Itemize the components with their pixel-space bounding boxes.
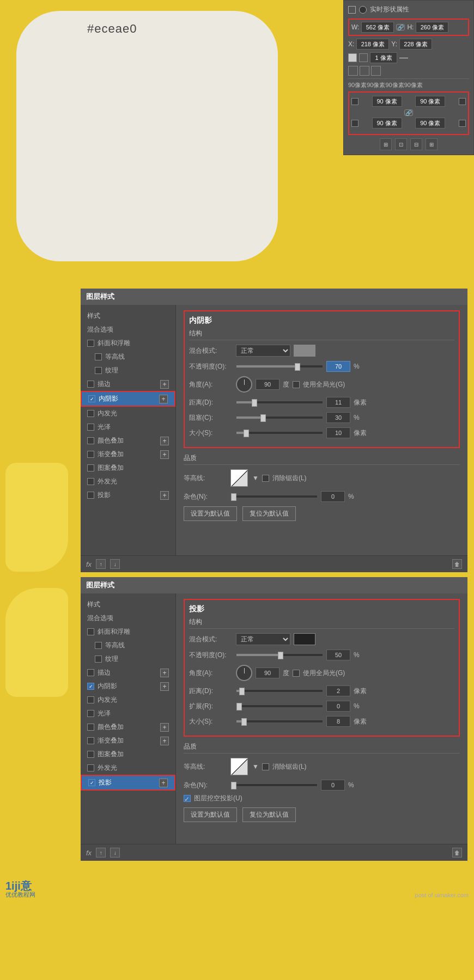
pattern-overlay-item[interactable]: 图案叠加 — [81, 461, 175, 475]
spread-slider-3[interactable] — [236, 705, 323, 708]
corner-bl-checkbox[interactable] — [351, 120, 358, 127]
contour-item[interactable]: 等高线 — [81, 350, 175, 364]
anti-alias-checkbox[interactable] — [262, 475, 269, 482]
opacity-input-3[interactable] — [326, 650, 350, 660]
align1-icon[interactable] — [348, 66, 358, 76]
blend-options-item[interactable]: 混合选项 — [81, 323, 175, 336]
size-thumb[interactable] — [244, 430, 249, 437]
drop-shadow-item[interactable]: 投影 + — [81, 488, 175, 502]
choke-thumb[interactable] — [260, 414, 266, 422]
inner-shadow-item[interactable]: 内阴影 + — [81, 391, 175, 407]
set-default-btn[interactable]: 设置为默认值 — [184, 506, 237, 521]
inner-glow-checkbox-3[interactable] — [87, 696, 94, 703]
gradient-overlay-checkbox[interactable] — [87, 451, 94, 458]
gloss-item[interactable]: 光泽 — [81, 420, 175, 434]
outer-glow-item-3[interactable]: 外发光 — [81, 761, 175, 775]
size-input-3[interactable] — [326, 716, 350, 727]
noise-input-3[interactable] — [321, 780, 345, 791]
gradient-overlay-add-btn-3[interactable]: + — [160, 737, 169, 745]
bevel-item[interactable]: 斜面和浮雕 — [81, 336, 175, 350]
bevel-item-3[interactable]: 斜面和浮雕 — [81, 625, 175, 639]
spread-thumb-3[interactable] — [236, 703, 242, 710]
gloss-checkbox-3[interactable] — [87, 710, 94, 717]
color-overlay-checkbox[interactable] — [87, 437, 94, 444]
color-overlay-item[interactable]: 颜色叠加 + — [81, 434, 175, 448]
contour-item-3[interactable]: 等高线 — [81, 639, 175, 652]
align3-icon[interactable] — [371, 66, 381, 76]
align2-icon[interactable] — [360, 66, 369, 76]
blend-mode-select[interactable]: 正常 — [236, 345, 290, 357]
blend-options-item-3[interactable]: 混合选项 — [81, 611, 175, 625]
inner-glow-item[interactable]: 内发光 — [81, 407, 175, 420]
outer-glow-checkbox[interactable] — [87, 478, 94, 485]
color-overlay-item-3[interactable]: 颜色叠加 + — [81, 720, 175, 734]
set-default-btn-3[interactable]: 设置为默认值 — [184, 807, 237, 822]
stroke-checkbox[interactable] — [87, 381, 94, 388]
texture-item[interactable]: 纹理 — [81, 364, 175, 377]
corner-tl-input[interactable] — [372, 96, 402, 107]
size-slider[interactable] — [236, 431, 323, 434]
fill-color-swatch[interactable] — [348, 53, 357, 62]
contour-dropdown-icon-3[interactable]: ▼ — [252, 763, 259, 770]
down-icon-3[interactable]: ↓ — [110, 848, 120, 857]
color-overlay-checkbox-3[interactable] — [87, 724, 94, 731]
opacity-input[interactable] — [326, 361, 350, 372]
outer-glow-checkbox-3[interactable] — [87, 764, 94, 771]
gradient-overlay-checkbox-3[interactable] — [87, 737, 94, 744]
inner-glow-item-3[interactable]: 内发光 — [81, 693, 175, 707]
opacity-slider-3[interactable] — [236, 653, 323, 657]
reset-default-btn[interactable]: 复位为默认值 — [242, 506, 296, 521]
stroke-add-btn-3[interactable]: + — [160, 669, 169, 677]
distance-slider-3[interactable] — [236, 689, 323, 693]
angle-input[interactable] — [256, 379, 279, 390]
gradient-overlay-item-3[interactable]: 渐变叠加 + — [81, 734, 175, 748]
size-thumb-3[interactable] — [241, 718, 247, 726]
bevel-checkbox[interactable] — [87, 340, 94, 347]
bevel-checkbox-3[interactable] — [87, 628, 94, 635]
global-light-checkbox[interactable] — [293, 381, 300, 388]
texture-item-3[interactable]: 纹理 — [81, 652, 175, 666]
up-icon-3[interactable]: ↑ — [96, 848, 106, 857]
corner-link-icon[interactable]: 🔗 — [404, 109, 413, 116]
texture-checkbox-3[interactable] — [95, 656, 102, 663]
outer-glow-item[interactable]: 外发光 — [81, 475, 175, 488]
drop-shadow-item-3[interactable]: 投影 + — [81, 775, 175, 791]
y-input[interactable] — [399, 39, 432, 50]
angle-dial[interactable] — [236, 376, 252, 393]
size-input[interactable] — [326, 427, 350, 438]
drop-shadow-add-btn-3[interactable]: + — [159, 779, 168, 787]
height-input[interactable] — [416, 22, 448, 33]
blend-color-swatch[interactable] — [294, 345, 315, 357]
distance-slider[interactable] — [236, 401, 323, 404]
opacity-slider[interactable] — [236, 365, 323, 368]
contour-preview-3[interactable] — [230, 758, 248, 775]
stroke-width-input[interactable] — [370, 52, 397, 63]
size-slider-3[interactable] — [236, 720, 323, 723]
choke-slider[interactable] — [236, 416, 323, 419]
noise-thumb-3[interactable] — [231, 782, 236, 789]
down-icon-2[interactable]: ↓ — [110, 559, 120, 569]
spread-input-3[interactable] — [326, 701, 350, 712]
corner-br-input[interactable] — [415, 118, 445, 128]
angle-input-3[interactable] — [256, 667, 279, 678]
corner-bl-input[interactable] — [372, 118, 402, 128]
reset-default-btn-3[interactable]: 复位为默认值 — [242, 807, 296, 822]
pattern-overlay-checkbox-3[interactable] — [87, 751, 94, 758]
contour-checkbox[interactable] — [95, 353, 102, 360]
inner-shadow-add-btn-3[interactable]: + — [160, 682, 169, 691]
inner-glow-checkbox[interactable] — [87, 410, 94, 417]
texture-checkbox[interactable] — [95, 367, 102, 374]
corner-tr-checkbox[interactable] — [459, 98, 466, 105]
corner-tr-input[interactable] — [415, 96, 445, 107]
noise-slider[interactable] — [230, 495, 318, 498]
gradient-overlay-add-btn[interactable]: + — [160, 450, 169, 459]
distance-thumb[interactable] — [252, 399, 257, 407]
color-overlay-add-btn-3[interactable]: + — [160, 723, 169, 732]
angle-dial-3[interactable] — [236, 665, 252, 681]
link-icon[interactable]: 🔗 — [396, 24, 405, 30]
blend-mode-select-3[interactable]: 正常 — [236, 633, 290, 645]
choke-input[interactable] — [326, 412, 350, 423]
stroke-color-swatch[interactable] — [359, 53, 368, 62]
noise-thumb[interactable] — [231, 493, 236, 501]
global-light-checkbox-3[interactable] — [293, 670, 300, 677]
